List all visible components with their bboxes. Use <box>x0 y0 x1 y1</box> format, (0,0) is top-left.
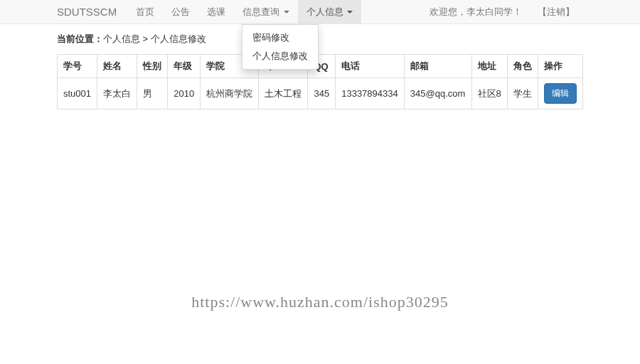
td-address: 社区8 <box>471 78 507 109</box>
main-container: 当前位置：个人信息 > 个人信息修改 学号 姓名 性别 年级 学院 专业 QQ … <box>0 24 640 118</box>
th-phone: 电话 <box>336 55 405 78</box>
breadcrumb-label: 当前位置： <box>57 33 103 44</box>
th-address: 地址 <box>471 55 507 78</box>
td-action: 编辑 <box>538 78 582 109</box>
nav-course-select[interactable]: 选课 <box>198 0 234 24</box>
nav-info-query[interactable]: 信息查询 <box>234 0 298 24</box>
navbar: SDUTSSCM 首页 公告 选课 信息查询 个人信息 欢迎您，李太白同学！ 【… <box>0 0 640 24</box>
nav-left: SDUTSSCM 首页 公告 选课 信息查询 个人信息 <box>57 0 361 24</box>
th-action: 操作 <box>538 55 582 78</box>
nav-home[interactable]: 首页 <box>127 0 163 24</box>
nav-personal-info[interactable]: 个人信息 <box>298 0 362 24</box>
td-phone: 13337894334 <box>336 78 405 109</box>
breadcrumb-path: 个人信息 > 个人信息修改 <box>103 33 206 44</box>
td-grade: 2010 <box>168 78 201 109</box>
th-email: 邮箱 <box>404 55 471 78</box>
caret-icon <box>347 11 353 14</box>
nav-announcement[interactable]: 公告 <box>163 0 198 24</box>
dropdown-personal-info: 密码修改 个人信息修改 <box>242 24 319 70</box>
td-student-id: stu001 <box>58 78 97 109</box>
td-role: 学生 <box>507 78 538 109</box>
nav-personal-info-label: 个人信息 <box>306 6 343 17</box>
welcome-text: 欢迎您，李太白同学！ <box>422 0 529 24</box>
table-header-row: 学号 姓名 性别 年级 学院 专业 QQ 电话 邮箱 地址 角色 操作 <box>58 55 583 78</box>
td-gender: 男 <box>137 78 168 109</box>
td-name: 李太白 <box>97 78 137 109</box>
dropdown-edit-profile[interactable]: 个人信息修改 <box>242 47 318 65</box>
td-qq: 345 <box>308 78 336 109</box>
th-grade: 年级 <box>168 55 201 78</box>
navbar-brand[interactable]: SDUTSSCM <box>57 6 127 18</box>
td-major: 土木工程 <box>259 78 308 109</box>
td-college: 杭州商学院 <box>201 78 259 109</box>
table-row: stu001 李太白 男 2010 杭州商学院 土木工程 345 1333789… <box>58 78 583 109</box>
dropdown-change-password[interactable]: 密码修改 <box>242 28 318 47</box>
logout-link[interactable]: 【注销】 <box>529 0 583 24</box>
edit-button[interactable]: 编辑 <box>544 83 577 104</box>
breadcrumb: 当前位置：个人信息 > 个人信息修改 <box>57 33 583 46</box>
th-name: 姓名 <box>97 55 137 78</box>
caret-icon <box>284 11 289 14</box>
nav-info-query-label: 信息查询 <box>242 6 279 17</box>
th-student-id: 学号 <box>58 55 97 78</box>
nav-right: 欢迎您，李太白同学！ 【注销】 <box>422 0 583 24</box>
profile-table: 学号 姓名 性别 年级 学院 专业 QQ 电话 邮箱 地址 角色 操作 stu0… <box>57 54 583 109</box>
th-role: 角色 <box>507 55 538 78</box>
th-gender: 性别 <box>137 55 168 78</box>
td-email: 345@qq.com <box>404 78 471 109</box>
